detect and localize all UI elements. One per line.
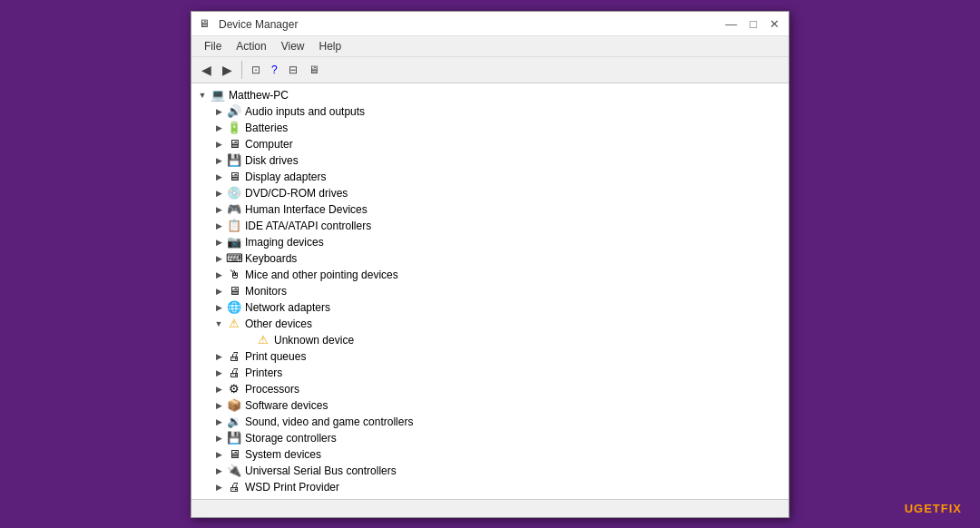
item-icon: 🖨 xyxy=(226,349,242,364)
list-item[interactable]: ▶ 🖥 System devices xyxy=(191,446,789,463)
list-item[interactable]: ▶ ⚙ Processors xyxy=(191,381,789,397)
expander: ▶ xyxy=(211,123,226,132)
list-item[interactable]: ▶ 🖨 Print queues xyxy=(191,348,789,365)
item-label: DVD/CD-ROM drives xyxy=(245,187,348,200)
expander: ▶ xyxy=(211,450,226,459)
list-item[interactable]: ▶ 💾 Disk drives xyxy=(191,152,789,169)
properties-button[interactable]: ⊡ xyxy=(247,61,265,79)
help-button[interactable]: ? xyxy=(267,61,282,79)
list-item[interactable]: ▶ 🖥 Computer xyxy=(191,136,789,152)
list-item[interactable]: ▶ 📷 Imaging devices xyxy=(191,234,789,250)
expander: ▶ xyxy=(211,238,226,247)
item-icon: 📦 xyxy=(226,398,242,413)
expander: ▶ xyxy=(211,140,226,149)
item-label: Disk drives xyxy=(245,154,299,167)
list-item[interactable]: ▶ 💾 Storage controllers xyxy=(191,430,789,446)
menu-view[interactable]: View xyxy=(274,38,312,54)
item-icon: 📋 xyxy=(226,219,242,233)
item-label: IDE ATA/ATAPI controllers xyxy=(245,220,371,232)
item-icon: 🖨 xyxy=(226,366,242,380)
item-icon: 🖱 xyxy=(226,268,242,282)
device-tree: ▼ 💻 Matthew-PC ▶ 🔊 Audio inputs and outp… xyxy=(191,83,789,499)
item-label: Other devices xyxy=(245,318,312,330)
list-item[interactable]: ▶ ⌨ Keyboards xyxy=(191,250,789,267)
item-icon: ⌨ xyxy=(226,251,242,266)
item-label: Processors xyxy=(245,383,299,396)
item-label: Network adapters xyxy=(245,301,330,314)
expander: ▶ xyxy=(211,287,226,296)
item-icon: 🖥 xyxy=(226,284,242,298)
scan-button[interactable]: 🖥 xyxy=(304,61,324,79)
list-item[interactable]: ⚠ Unknown device xyxy=(191,332,789,348)
item-icon: ⚙ xyxy=(226,382,242,396)
expander: ▶ xyxy=(211,417,226,426)
expander: ▶ xyxy=(211,385,226,394)
item-label: Universal Serial Bus controllers xyxy=(245,464,397,477)
item-icon: 🔉 xyxy=(226,415,242,429)
item-label: Storage controllers xyxy=(245,432,337,445)
list-item[interactable]: ▶ 🔋 Batteries xyxy=(191,120,789,136)
uninstall-button[interactable]: ⊟ xyxy=(284,61,302,79)
title-bar-left: 🖥 Device Manager xyxy=(199,17,298,32)
close-button[interactable]: ✕ xyxy=(768,18,781,30)
toolbar-separator-1 xyxy=(241,61,242,79)
item-icon: ⚠ xyxy=(226,317,242,331)
window-title: Device Manager xyxy=(219,18,298,31)
root-label: Matthew-PC xyxy=(229,89,289,102)
list-item[interactable]: ▶ 🖥 Monitors xyxy=(191,283,789,299)
expander: ▶ xyxy=(211,401,226,410)
forward-button[interactable]: ▶ xyxy=(218,60,237,80)
item-label: Sound, video and game controllers xyxy=(245,416,413,428)
item-icon: 💾 xyxy=(226,431,242,445)
item-label: Print queues xyxy=(245,350,306,363)
expander: ▶ xyxy=(211,368,226,377)
item-label: Imaging devices xyxy=(245,236,324,249)
list-item[interactable]: ▶ 🔉 Sound, video and game controllers xyxy=(191,414,789,430)
item-label: WSD Print Provider xyxy=(245,481,339,494)
list-item[interactable]: ▶ 🖥 Display adapters xyxy=(191,169,789,185)
menu-file[interactable]: File xyxy=(197,38,229,54)
list-item[interactable]: ▶ 🔊 Audio inputs and outputs xyxy=(191,103,789,120)
item-icon: 🔌 xyxy=(226,464,242,478)
item-icon: 🌐 xyxy=(226,300,242,315)
item-icon: 💿 xyxy=(226,186,242,200)
tree-root[interactable]: ▼ 💻 Matthew-PC xyxy=(191,87,789,103)
list-item[interactable]: ▶ 📋 IDE ATA/ATAPI controllers xyxy=(191,218,789,234)
expander: ▶ xyxy=(211,303,226,312)
item-label: Monitors xyxy=(245,285,287,298)
expander: ▶ xyxy=(211,221,226,230)
item-icon: 💾 xyxy=(226,153,242,168)
expander: ▶ xyxy=(211,172,226,181)
list-item[interactable]: ▶ 🖨 WSD Print Provider xyxy=(191,479,789,495)
list-item[interactable]: ▶ 📦 Software devices xyxy=(191,397,789,414)
list-item[interactable]: ▶ 🖨 Printers xyxy=(191,365,789,381)
menu-help[interactable]: Help xyxy=(312,38,349,54)
expander: ▶ xyxy=(211,205,226,214)
watermark-prefix: UG xyxy=(905,502,925,515)
list-item[interactable]: ▶ 💿 DVD/CD-ROM drives xyxy=(191,185,789,201)
item-label: Software devices xyxy=(245,399,328,412)
watermark-suffix: FIX xyxy=(941,502,962,515)
list-item[interactable]: ▼ ⚠ Other devices xyxy=(191,316,789,332)
expander: ▶ xyxy=(211,466,226,475)
expander: ▶ xyxy=(211,156,226,165)
minimize-button[interactable]: — xyxy=(723,18,739,30)
item-icon: 🎮 xyxy=(226,202,242,217)
back-button[interactable]: ◀ xyxy=(197,60,216,80)
expander: ▶ xyxy=(211,352,226,361)
maximize-button[interactable]: □ xyxy=(748,18,759,30)
watermark: UGETFIX xyxy=(905,502,962,515)
item-label: Audio inputs and outputs xyxy=(245,105,365,118)
root-expander: ▼ xyxy=(195,91,210,100)
list-item[interactable]: ▶ 🖱 Mice and other pointing devices xyxy=(191,267,789,283)
item-icon: 🖥 xyxy=(226,137,242,152)
item-label: Batteries xyxy=(245,122,288,134)
list-item[interactable]: ▶ 🔌 Universal Serial Bus controllers xyxy=(191,463,789,479)
item-icon: 🖨 xyxy=(226,480,242,494)
expander: ▶ xyxy=(211,483,226,492)
menu-action[interactable]: Action xyxy=(229,38,273,54)
menu-bar: File Action View Help xyxy=(191,36,789,57)
list-item[interactable]: ▶ 🎮 Human Interface Devices xyxy=(191,201,789,218)
list-item[interactable]: ▶ 🌐 Network adapters xyxy=(191,299,789,316)
status-bar xyxy=(191,499,789,517)
